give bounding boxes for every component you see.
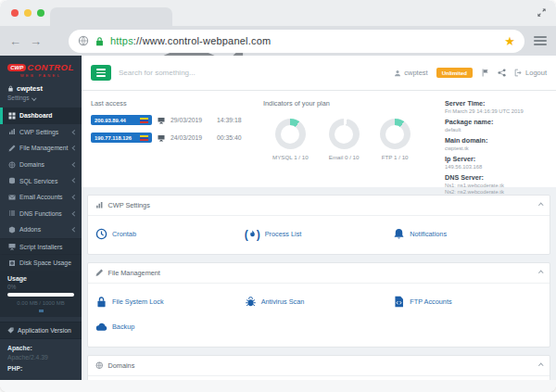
indicators-title: Indicators of your plan	[263, 99, 445, 107]
sidebar-item-cwp-settings[interactable]: CWP Settings	[0, 124, 82, 141]
address-bar[interactable]: https://www.control-webpanel.com ★	[69, 30, 524, 53]
country-flag-icon	[140, 118, 148, 123]
share-icon[interactable]	[498, 69, 506, 77]
forward-icon[interactable]: →	[30, 35, 42, 47]
application-version-header[interactable]: Application Version	[0, 322, 82, 339]
chart-icon	[95, 201, 104, 209]
usage-percent: 0%	[7, 284, 74, 290]
last-access-row: 200.93.89.44 29/03/2019 14:39:18	[91, 115, 259, 125]
fullscreen-icon[interactable]	[537, 7, 547, 18]
panel-header[interactable]: CWP Settings	[88, 196, 550, 216]
panel-file-management: File Management File System Lock Antivir…	[87, 262, 550, 348]
apache-value: Apache/2.4.39	[7, 354, 74, 360]
ip-badge: 190.77.118.126	[91, 133, 152, 143]
device-icon	[158, 134, 165, 142]
browser-titlebar	[0, 0, 556, 26]
donut-chart	[275, 119, 306, 149]
ssl-lock-icon	[95, 36, 105, 46]
panel-header[interactable]: File Management	[88, 263, 550, 284]
sidebar-item-disk-space-usage[interactable]: Disk Space Usage	[0, 254, 82, 271]
browser-tab[interactable]	[50, 7, 172, 26]
database-icon	[8, 177, 16, 184]
access-date: 24/03/2019	[171, 134, 211, 141]
logo-webpanel-text: WEB PANEL	[5, 73, 77, 78]
flag-icon[interactable]	[481, 69, 489, 77]
domain-label: Main domain:	[445, 136, 547, 145]
php-label: PHP:	[7, 365, 74, 372]
search-input[interactable]	[119, 69, 386, 77]
dns-value-2: Ns2: ns2.webcoderate.tk	[445, 189, 547, 195]
link-notifications[interactable]: Notifications	[393, 228, 542, 240]
sidebar-toggle-button[interactable]	[91, 65, 111, 81]
mysql-donut: MYSQL 1 / 10	[272, 119, 309, 160]
link-process-list[interactable]: () Process List	[245, 228, 394, 240]
sidebar-item-addons[interactable]: Addons	[0, 221, 82, 238]
zoom-window-button[interactable]	[37, 9, 44, 17]
sidebar-item-email-accounts[interactable]: Email Accounts	[0, 189, 82, 206]
domain-value: cwptest.tk	[445, 145, 547, 151]
back-icon[interactable]: ←	[9, 35, 21, 47]
dns-value-1: Ns1: ns1.webcoderate.tk	[445, 183, 547, 188]
user-icon	[394, 70, 401, 77]
usage-detail: 0.00 MB / 1000 MB	[7, 300, 74, 306]
envelope-icon	[8, 194, 16, 201]
package-badge: Unlimited	[436, 68, 473, 78]
file-code-icon	[393, 296, 405, 308]
panel-header[interactable]: Domains	[88, 356, 550, 376]
sidebar-item-domains[interactable]: Domains	[0, 157, 82, 173]
server-versions: Apache: Apache/2.4.39 PHP:	[0, 339, 82, 377]
access-date: 29/03/2019	[171, 117, 211, 123]
logout-button[interactable]: Logout	[514, 69, 547, 77]
logout-icon	[514, 69, 523, 77]
sidebar-item-script-installers[interactable]: Script Installers	[0, 238, 82, 255]
refresh-icon[interactable]	[50, 35, 61, 46]
link-antivirus-scan[interactable]: Antivirus Scan	[245, 296, 394, 308]
close-window-button[interactable]	[11, 9, 19, 17]
ip-badge: 200.93.89.44	[91, 115, 152, 125]
bookmark-star-icon[interactable]: ★	[504, 35, 515, 47]
file-edit-icon	[8, 145, 16, 152]
collapse-icon[interactable]	[538, 363, 543, 368]
ftp-donut: FTP 1 / 10	[380, 119, 411, 160]
tag-icon	[7, 327, 14, 334]
browser-menu-icon[interactable]	[534, 36, 547, 45]
globe-icon	[8, 161, 16, 169]
dashboard-icon	[8, 112, 16, 120]
link-file-system-lock[interactable]: File System Lock	[95, 296, 245, 308]
sidebar: CWP CONTROL WEB PANEL cwptest Settings D…	[0, 56, 82, 380]
link-backup[interactable]: Backup	[95, 321, 245, 333]
dashboard-summary: Last access 200.93.89.44 29/03/2019 14:3…	[82, 91, 556, 187]
user-lock-icon	[7, 85, 14, 92]
email-donut: Email 0 / 10	[329, 119, 360, 160]
sidebar-item-file-management[interactable]: File Management	[0, 140, 82, 157]
padlock-icon	[95, 296, 107, 308]
sidebar-item-dashboard[interactable]: Dashboard	[0, 107, 82, 124]
last-access-section: Last access 200.93.89.44 29/03/2019 14:3…	[91, 99, 259, 180]
collapse-icon[interactable]	[538, 271, 543, 275]
minimize-window-button[interactable]	[24, 9, 32, 17]
server-info-section: Server Time: Fri March 29 14:16:39 UTC 2…	[445, 99, 547, 180]
package-label: Package name:	[445, 118, 547, 126]
link-crontab[interactable]: Crontab	[95, 228, 245, 240]
cwp-logo: CWP CONTROL WEB PANEL	[0, 56, 82, 80]
device-icon	[158, 117, 165, 124]
topbar-user[interactable]: cwptest	[394, 69, 427, 77]
usage-title: Usage	[7, 275, 74, 282]
globe-icon	[95, 361, 104, 370]
package-value: default	[445, 127, 547, 133]
link-ftp-accounts[interactable]: FTP Accounts	[393, 296, 542, 308]
window-bottom-edge	[0, 380, 556, 392]
topbar: cwptest Unlimited Logout	[82, 56, 556, 91]
site-globe-icon	[78, 35, 89, 46]
sidebar-settings-toggle[interactable]: Settings	[7, 95, 74, 101]
last-access-title: Last access	[91, 99, 259, 107]
disk-usage-widget: Usage 0% 0.00 MB / 1000 MB	[0, 271, 82, 317]
scroll-indicator	[39, 310, 44, 312]
sidebar-item-sql-services[interactable]: SQL Services	[0, 172, 82, 189]
server-time-label: Server Time:	[445, 99, 547, 107]
crontab-clock-icon	[95, 228, 107, 240]
plan-indicators-section: Indicators of your plan MYSQL 1 / 10 Ema…	[259, 99, 445, 180]
collapse-icon[interactable]	[538, 203, 543, 208]
sidebar-item-dns-functions[interactable]: DNS Functions	[0, 206, 82, 222]
bell-icon	[393, 228, 405, 240]
